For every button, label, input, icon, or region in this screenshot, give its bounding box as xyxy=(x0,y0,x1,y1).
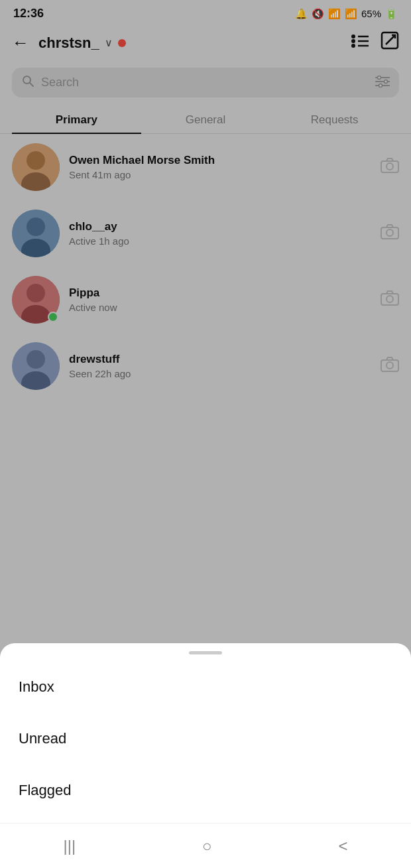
nav-recent-apps-icon[interactable]: ||| xyxy=(43,830,95,862)
sheet-item-flagged[interactable]: Flagged xyxy=(0,765,411,816)
sheet-item-inbox[interactable]: Inbox xyxy=(0,661,411,713)
sheet-handle xyxy=(189,651,222,654)
bottom-sheet: Inbox Unread Flagged Subscribers ||| ○ < xyxy=(0,643,411,868)
nav-home-icon[interactable]: ○ xyxy=(182,830,232,862)
sheet-item-unread[interactable]: Unread xyxy=(0,713,411,765)
nav-bar: ||| ○ < xyxy=(0,823,411,868)
nav-back-icon[interactable]: < xyxy=(319,830,368,862)
